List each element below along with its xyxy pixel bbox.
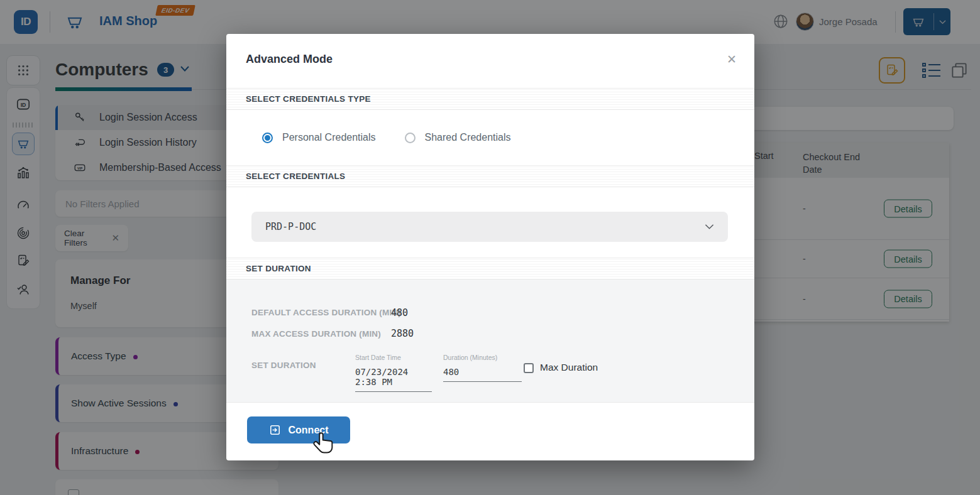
credentials-dropdown[interactable]: PRD-P-DOC xyxy=(251,212,728,242)
login-arrow-icon xyxy=(269,424,281,436)
max-duration-checkbox[interactable] xyxy=(524,363,534,373)
duration-minutes-label: Duration (Minutes) xyxy=(443,354,522,361)
section-heading-credentials-type: SELECT CREDENTIALS TYPE xyxy=(226,88,754,110)
default-duration-value: 480 xyxy=(391,307,408,318)
section-heading-set-duration: SET DURATION xyxy=(226,258,754,280)
max-duration-value: 2880 xyxy=(391,328,414,339)
credentials-section: PRD-P-DOC xyxy=(226,187,754,258)
default-duration-label: DEFAULT ACCESS DURATION (MIN) xyxy=(251,308,401,317)
duration-minutes-field: Duration (Minutes) 480 xyxy=(443,354,522,382)
radio-personal-credentials[interactable]: Personal Credentials xyxy=(262,132,376,143)
start-date-time-label: Start Date Time xyxy=(355,354,432,361)
set-duration-label: SET DURATION xyxy=(251,361,316,370)
chevron-down-icon[interactable] xyxy=(705,224,714,230)
advanced-mode-modal: Advanced Mode ✕ SELECT CREDENTIALS TYPE … xyxy=(226,34,754,460)
radio-selected-icon[interactable] xyxy=(262,133,273,143)
modal-header: Advanced Mode ✕ xyxy=(226,34,754,88)
radio-shared-credentials[interactable]: Shared Credentials xyxy=(405,132,511,143)
close-icon[interactable]: ✕ xyxy=(723,50,741,68)
radio-label: Shared Credentials xyxy=(425,132,511,143)
radio-unselected-icon[interactable] xyxy=(405,133,416,143)
modal-footer: Connect xyxy=(226,403,754,460)
modal-title: Advanced Mode xyxy=(246,53,333,66)
radio-label: Personal Credentials xyxy=(282,132,376,143)
credentials-type-options: Personal Credentials Shared Credentials xyxy=(226,110,754,165)
duration-minutes-input[interactable]: 480 xyxy=(443,367,522,382)
max-duration-label: MAX ACCESS DURATION (MIN) xyxy=(251,329,381,339)
credentials-selected-value: PRD-P-DOC xyxy=(265,221,316,232)
section-heading-select-credentials: SELECT CREDENTIALS xyxy=(226,165,754,187)
start-date-time-input[interactable]: 07/23/2024 2:38 PM xyxy=(355,367,432,392)
max-duration-checkbox-label: Max Duration xyxy=(540,362,598,373)
connect-button-label: Connect xyxy=(289,425,329,436)
duration-section: DEFAULT ACCESS DURATION (MIN) 480 MAX AC… xyxy=(226,280,754,403)
start-date-time-field: Start Date Time 07/23/2024 2:38 PM xyxy=(355,354,432,392)
connect-button[interactable]: Connect xyxy=(247,416,350,443)
